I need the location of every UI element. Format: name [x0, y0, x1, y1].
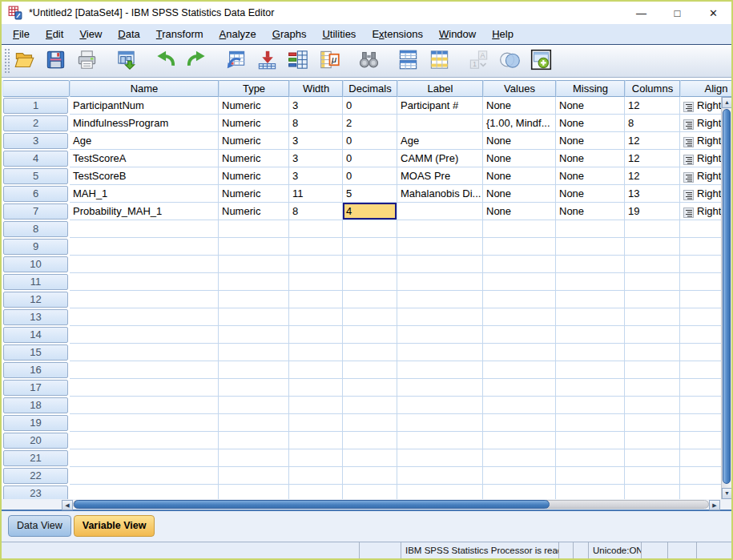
- row-header[interactable]: 1: [2, 97, 70, 115]
- row-header[interactable]: 6: [2, 185, 70, 203]
- grid-cell-empty[interactable]: [397, 220, 483, 238]
- grid-cell-empty[interactable]: [625, 379, 680, 397]
- scroll-up-button[interactable]: ▲: [722, 97, 731, 108]
- row-header[interactable]: 10: [2, 256, 70, 273]
- grid-cell-empty[interactable]: [625, 414, 680, 432]
- variables-button[interactable]: [285, 48, 311, 74]
- custom-dialogs-button[interactable]: [528, 48, 554, 74]
- grid-cell-empty[interactable]: [556, 432, 625, 449]
- grid-cell-type[interactable]: Numeric: [219, 97, 289, 115]
- grid-cell-width[interactable]: 8: [289, 203, 343, 220]
- grid-cell-empty[interactable]: [397, 467, 483, 485]
- grid-cell-empty[interactable]: [397, 238, 483, 256]
- column-header-values[interactable]: Values: [483, 80, 556, 97]
- grid-cell-empty[interactable]: [483, 361, 556, 379]
- grid-cell-empty[interactable]: [483, 273, 556, 291]
- grid-cell-empty[interactable]: [70, 238, 219, 256]
- undo-button[interactable]: [152, 48, 178, 74]
- grid-corner-cell[interactable]: [2, 80, 70, 97]
- grid-cell-empty[interactable]: [397, 344, 483, 361]
- grid-cell-empty[interactable]: [289, 291, 343, 308]
- grid-cell-empty[interactable]: [70, 220, 219, 238]
- grid-cell-empty[interactable]: [556, 414, 625, 432]
- row-header[interactable]: 13: [2, 308, 70, 326]
- grid-cell-empty[interactable]: [483, 238, 556, 256]
- grid-cell-decimals[interactable]: 5: [343, 185, 397, 203]
- grid-cell-empty[interactable]: [343, 220, 397, 238]
- grid-cell-label[interactable]: [397, 115, 483, 132]
- grid-cell-empty[interactable]: [343, 308, 397, 326]
- grid-cell-empty[interactable]: [556, 220, 625, 238]
- grid-cell-empty[interactable]: [219, 344, 289, 361]
- horizontal-scrollbar[interactable]: ◀ ▶: [2, 499, 731, 511]
- grid-cell-empty[interactable]: [556, 256, 625, 273]
- grid-cell-values[interactable]: None: [483, 150, 556, 167]
- row-header[interactable]: 11: [2, 273, 70, 291]
- grid-cell-name[interactable]: MindfulnessProgram: [70, 115, 219, 132]
- grid-cell-name[interactable]: TestScoreA: [70, 150, 219, 167]
- grid-cell-empty[interactable]: [483, 220, 556, 238]
- open-data-button[interactable]: [11, 48, 37, 74]
- grid-cell-empty[interactable]: [343, 238, 397, 256]
- grid-cell-empty[interactable]: [343, 449, 397, 467]
- grid-cell-empty[interactable]: [219, 220, 289, 238]
- grid-cell-empty[interactable]: [70, 414, 219, 432]
- column-header-columns[interactable]: Columns: [625, 80, 680, 97]
- grid-cell-empty[interactable]: [289, 414, 343, 432]
- value-labels-button[interactable]: A1: [465, 48, 491, 74]
- grid-cell-empty[interactable]: [483, 449, 556, 467]
- grid-cell-empty[interactable]: [289, 432, 343, 449]
- row-header[interactable]: 3: [2, 132, 70, 150]
- grid-cell-empty[interactable]: [397, 414, 483, 432]
- grid-cell-values[interactable]: None: [483, 167, 556, 185]
- grid-cell-empty[interactable]: [289, 344, 343, 361]
- grid-cell-label[interactable]: [397, 203, 483, 220]
- row-header[interactable]: 22: [2, 467, 70, 485]
- grid-cell-width[interactable]: 3: [289, 97, 343, 115]
- grid-cell-empty[interactable]: [70, 361, 219, 379]
- grid-cell-empty[interactable]: [219, 308, 289, 326]
- grid-cell-empty[interactable]: [70, 432, 219, 449]
- grid-cell-empty[interactable]: [219, 326, 289, 344]
- grid-cell-empty[interactable]: [219, 256, 289, 273]
- grid-cell-empty[interactable]: [70, 485, 219, 499]
- grid-cell-empty[interactable]: [625, 397, 680, 414]
- grid-cell-empty[interactable]: [556, 273, 625, 291]
- row-header[interactable]: 20: [2, 432, 70, 449]
- grid-cell-empty[interactable]: [219, 414, 289, 432]
- row-header[interactable]: 5: [2, 167, 70, 185]
- grid-cell-empty[interactable]: [289, 273, 343, 291]
- grid-cell-empty[interactable]: [397, 449, 483, 467]
- scroll-down-button[interactable]: ▼: [722, 488, 731, 499]
- grid-cell-type[interactable]: Numeric: [219, 185, 289, 203]
- grid-cell-empty[interactable]: [625, 326, 680, 344]
- grid-cell-name[interactable]: TestScoreB: [70, 167, 219, 185]
- column-header-width[interactable]: Width: [289, 80, 343, 97]
- scroll-right-button[interactable]: ▶: [709, 500, 720, 510]
- grid-cell-label[interactable]: CAMM (Pre): [397, 150, 483, 167]
- grid-cell-empty[interactable]: [625, 238, 680, 256]
- grid-cell-empty[interactable]: [289, 361, 343, 379]
- row-header[interactable]: 12: [2, 291, 70, 308]
- grid-cell-empty[interactable]: [343, 485, 397, 499]
- grid-cell-empty[interactable]: [343, 361, 397, 379]
- split-file-button[interactable]: [395, 48, 421, 74]
- grid-cell-empty[interactable]: [556, 449, 625, 467]
- grid-cell-columns[interactable]: 19: [625, 203, 680, 220]
- grid-cell-decimals[interactable]: 0: [343, 132, 397, 150]
- vertical-scrollbar[interactable]: ▲ ▼: [721, 97, 731, 499]
- grid-cell-empty[interactable]: [219, 361, 289, 379]
- grid-cell-empty[interactable]: [397, 256, 483, 273]
- grid-cell-values[interactable]: None: [483, 185, 556, 203]
- grid-cell-empty[interactable]: [483, 379, 556, 397]
- row-header[interactable]: 14: [2, 326, 70, 344]
- grid-cell-empty[interactable]: [483, 414, 556, 432]
- grid-cell-decimals[interactable]: 0: [343, 150, 397, 167]
- grid-cell-empty[interactable]: [289, 485, 343, 499]
- grid-cell-empty[interactable]: [397, 361, 483, 379]
- grid-cell-name[interactable]: ParticipantNum: [70, 97, 219, 115]
- grid-cell-empty[interactable]: [219, 238, 289, 256]
- grid-cell-missing[interactable]: None: [556, 167, 625, 185]
- grid-cell-label[interactable]: Mahalanobis Di...: [397, 185, 483, 203]
- menu-item-extensions[interactable]: Extensions: [364, 26, 431, 42]
